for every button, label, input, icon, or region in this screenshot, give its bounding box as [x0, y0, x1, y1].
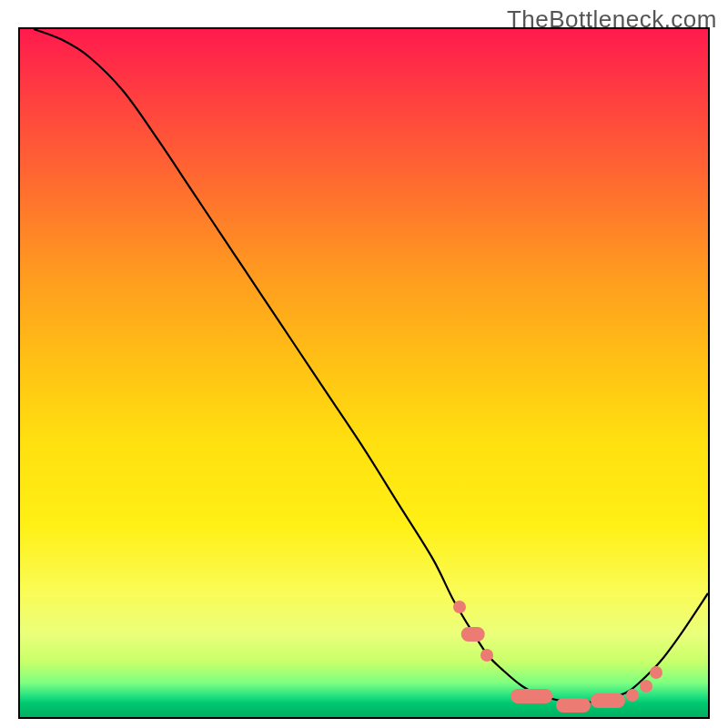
marker-blob: [461, 627, 486, 642]
marker-blob: [556, 698, 591, 713]
curve-line: [34, 29, 708, 703]
chart-frame: TheBottleneck.com: [0, 0, 728, 728]
marker-dot: [480, 649, 493, 662]
plot-area: [18, 27, 710, 719]
curve-layer: [20, 29, 708, 717]
marker-dot: [650, 666, 662, 679]
marker-dot: [640, 680, 652, 693]
marker-blob: [591, 693, 625, 708]
marker-dot: [626, 689, 639, 702]
marker-dot: [453, 601, 466, 613]
marker-blob: [511, 689, 553, 703]
